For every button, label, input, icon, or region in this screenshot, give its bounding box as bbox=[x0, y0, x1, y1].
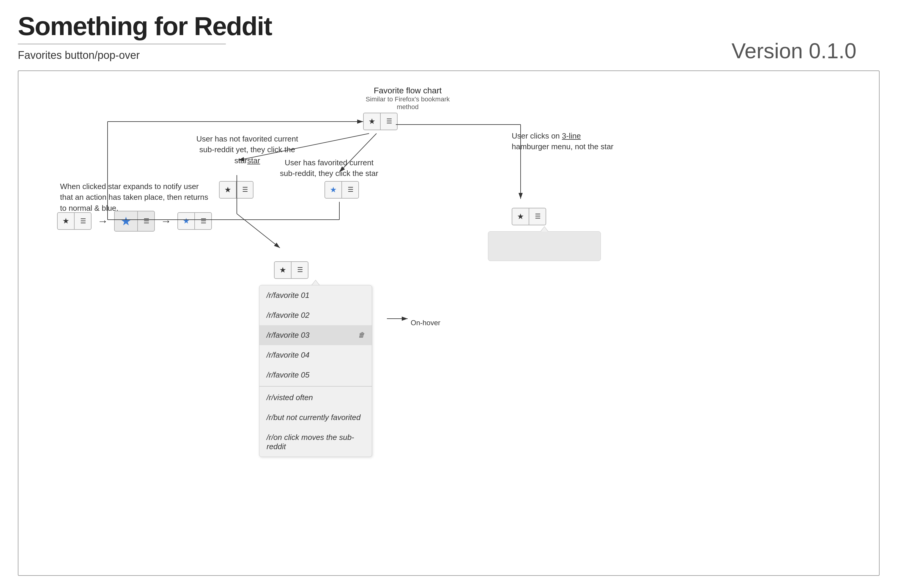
dropdown-item-5-label: /r/favorite 05 bbox=[266, 370, 310, 380]
dropdown-button-area: ★ ☰ /r/favorite 01 /r/favorite 02 /r/fav… bbox=[274, 261, 308, 279]
dropdown-item-3-label: /r/favorite 03 bbox=[266, 331, 310, 340]
trash-icon[interactable]: 🗑 bbox=[358, 331, 364, 339]
dropdown-item-5[interactable]: /r/favorite 05 bbox=[260, 365, 372, 385]
top-hamburger-icon: ☰ bbox=[386, 117, 392, 125]
dropdown-caret bbox=[311, 280, 320, 285]
seq-ham-icon-2: ☰ bbox=[143, 217, 149, 225]
favorites-dropdown: /r/favorite 01 /r/favorite 02 /r/favorit… bbox=[259, 285, 372, 457]
favorited-button-area: ★ ☰ bbox=[324, 181, 359, 199]
unfav-hamburger-button[interactable]: ☰ bbox=[237, 182, 253, 198]
has-favorited-annotation: User has favorited currentsub-reddit, th… bbox=[280, 157, 378, 179]
top-btn-combo[interactable]: ★ ☰ bbox=[363, 113, 398, 130]
unfav-star-icon: ★ bbox=[224, 185, 231, 194]
dropdown-divider bbox=[260, 386, 372, 386]
three-line-link: 3-line bbox=[562, 131, 581, 140]
star-sequence: ★ ☰ → ★ ☰ → ★ bbox=[57, 211, 212, 232]
dropdown-hamburger-icon: ☰ bbox=[297, 266, 303, 274]
hamburger-result-star-icon: ★ bbox=[517, 212, 524, 221]
unfav-hamburger-icon: ☰ bbox=[242, 186, 248, 194]
seq-ham-2[interactable]: ☰ bbox=[138, 211, 154, 231]
seq-ham-1[interactable]: ☰ bbox=[75, 213, 91, 229]
seq-btn-3[interactable]: ★ ☰ bbox=[177, 212, 212, 230]
unfav-star-button[interactable]: ★ bbox=[220, 182, 237, 198]
seq-star-icon-1: ★ bbox=[62, 216, 69, 226]
seq-btn-1[interactable]: ★ ☰ bbox=[57, 212, 92, 230]
seq-star-icon-2: ★ bbox=[121, 214, 131, 228]
favorited-star-icon: ★ bbox=[330, 185, 337, 194]
main-top-button: ★ ☰ bbox=[363, 113, 398, 130]
dropdown-item-1[interactable]: /r/favorite 01 bbox=[260, 285, 372, 305]
seq-arrow-2: → bbox=[161, 215, 171, 228]
dropdown-item-4-label: /r/favorite 04 bbox=[266, 351, 310, 360]
top-star-button[interactable]: ★ bbox=[364, 113, 381, 129]
page-title: Something for Reddit bbox=[18, 12, 880, 41]
popup-caret bbox=[540, 226, 549, 232]
seq-ham-icon-1: ☰ bbox=[80, 217, 86, 225]
hamburger-result-button-area: ★ ☰ bbox=[512, 208, 624, 255]
hamburger-result-star-button[interactable]: ★ bbox=[512, 208, 529, 225]
flowchart-title: Favorite flow chart Similar to Firefox's… bbox=[357, 86, 458, 111]
dropdown-suggested-2-label: /r/but not currently favorited bbox=[266, 413, 360, 422]
dropdown-item-2[interactable]: /r/favorite 02 bbox=[260, 305, 372, 325]
dropdown-item-2-label: /r/favorite 02 bbox=[266, 311, 310, 320]
dropdown-star-button[interactable]: ★ bbox=[275, 262, 292, 278]
favorited-star-button[interactable]: ★ bbox=[325, 182, 342, 198]
favorited-hamburger-button[interactable]: ☰ bbox=[342, 182, 358, 198]
dropdown-item-4[interactable]: /r/favorite 04 bbox=[260, 345, 372, 365]
on-hover-label: On-hover bbox=[411, 319, 440, 327]
dropdown-item-1-label: /r/favorite 01 bbox=[266, 291, 310, 300]
main-content-box: Favorite flow chart Similar to Firefox's… bbox=[18, 71, 880, 576]
dropdown-suggested-2[interactable]: /r/but not currently favorited bbox=[260, 408, 372, 428]
version-label: Version 0.1.0 bbox=[732, 38, 856, 63]
top-hamburger-button[interactable]: ☰ bbox=[381, 113, 397, 129]
seq-star-3[interactable]: ★ bbox=[178, 213, 195, 229]
title-divider bbox=[18, 44, 226, 44]
dropdown-star-icon: ★ bbox=[279, 265, 286, 275]
seq-ham-3[interactable]: ☰ bbox=[195, 213, 211, 229]
unfav-btn-combo[interactable]: ★ ☰ bbox=[219, 181, 254, 199]
dropdown-hamburger-button[interactable]: ☰ bbox=[292, 262, 308, 278]
svg-line-6 bbox=[237, 214, 280, 248]
hamburger-annotation: User clicks on 3-linehamburger menu, not… bbox=[512, 131, 614, 152]
flow-arrows-svg bbox=[30, 83, 867, 559]
dropdown-suggested-3-label: /r/on click moves the sub-reddit bbox=[266, 433, 364, 451]
seq-star-2[interactable]: ★ bbox=[115, 211, 138, 231]
seq-ham-icon-3: ☰ bbox=[201, 217, 206, 225]
seq-star-1[interactable]: ★ bbox=[58, 213, 75, 229]
empty-popup bbox=[488, 231, 601, 261]
dropdown-btn-combo[interactable]: ★ ☰ bbox=[274, 261, 308, 279]
dropdown-suggested-1[interactable]: /r/visted often bbox=[260, 388, 372, 408]
seq-btn-2[interactable]: ★ ☰ bbox=[114, 211, 155, 232]
seq-arrow-1: → bbox=[97, 215, 108, 228]
star-link: star bbox=[247, 156, 260, 165]
top-star-icon: ★ bbox=[369, 117, 375, 126]
hamburger-result-btn-combo[interactable]: ★ ☰ bbox=[512, 208, 546, 225]
dropdown-suggested-1-label: /r/visted often bbox=[266, 393, 313, 402]
flowchart-area: Favorite flow chart Similar to Firefox's… bbox=[30, 83, 867, 559]
hamburger-result-hamburger-button[interactable]: ☰ bbox=[529, 208, 546, 225]
seq-star-icon-3: ★ bbox=[183, 216, 189, 226]
hamburger-result-hamburger-icon: ☰ bbox=[535, 212, 540, 220]
favorited-hamburger-icon: ☰ bbox=[348, 186, 353, 194]
unfavorited-button-area: ★ ☰ bbox=[219, 181, 254, 199]
dropdown-item-3[interactable]: /r/favorite 03 🗑 bbox=[260, 325, 372, 345]
favorited-btn-combo[interactable]: ★ ☰ bbox=[324, 181, 359, 199]
dropdown-suggested-3[interactable]: /r/on click moves the sub-reddit bbox=[260, 428, 372, 457]
star-expand-annotation: When clicked star expands to notify user… bbox=[60, 181, 209, 214]
